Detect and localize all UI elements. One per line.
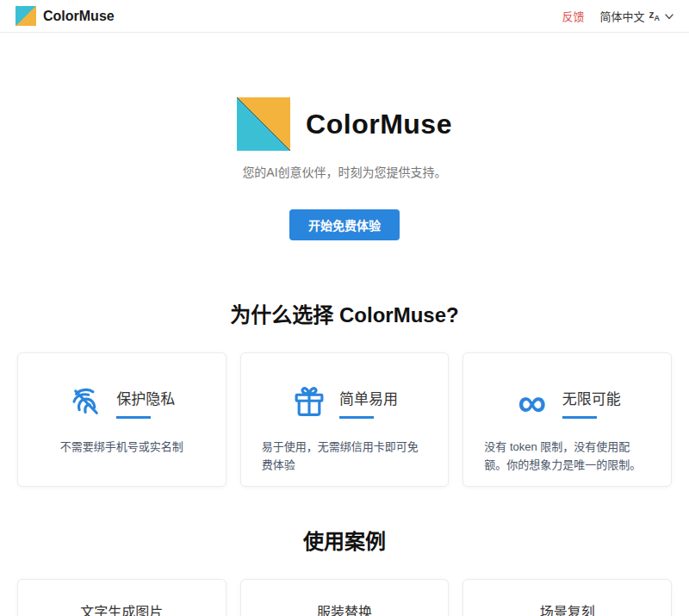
use-cases-grid: 文字生成图片 服装替换 场景复刻 — [17, 579, 672, 616]
use-cases-heading: 使用案例 — [17, 525, 672, 555]
start-free-trial-button[interactable]: 开始免费体验 — [289, 209, 400, 240]
brand-logo-icon — [16, 6, 36, 26]
usecase-title: 场景复刻 — [540, 600, 595, 616]
fingerprint-off-icon — [68, 384, 104, 420]
features-grid: 保护隐私 不需要绑手机号或实名制 简单易用 — [17, 352, 672, 487]
hero-brand-row: ColorMuse — [0, 97, 689, 151]
hero-section: ColorMuse 您的AI创意伙伴，时刻为您提供支持。 开始免费体验 — [0, 33, 689, 240]
infinity-icon: ∞ — [514, 384, 550, 420]
feature-title: 保护隐私 — [116, 387, 175, 408]
feature-description: 没有 token 限制，没有使用配额。你的想象力是唯一的限制。 — [484, 438, 650, 475]
hero-subtitle: 您的AI创意伙伴，时刻为您提供支持。 — [0, 163, 689, 180]
usecase-card-outfit-swap: 服装替换 — [240, 579, 450, 616]
top-header: ColorMuse 反馈 简体中文 zA — [0, 0, 689, 33]
gift-icon — [291, 384, 327, 420]
feature-card-easy: 简单易用 易于使用，无需绑信用卡即可免费体验 — [240, 352, 450, 487]
feature-description: 易于使用，无需绑信用卡即可免费体验 — [262, 438, 428, 475]
title-underline — [562, 416, 597, 419]
language-label: 简体中文 — [599, 8, 644, 24]
language-selector[interactable]: 简体中文 zA — [599, 8, 673, 24]
chevron-down-icon — [665, 9, 673, 22]
hero-logo-icon — [237, 97, 290, 151]
usecase-card-scene-recreate: 场景复刻 — [462, 579, 672, 616]
feature-card-unlimited: ∞ 无限可能 没有 token 限制，没有使用配额。你的想象力是唯一的限制。 — [462, 352, 672, 487]
feature-description: 不需要绑手机号或实名制 — [39, 438, 205, 456]
feature-title: 简单易用 — [339, 387, 398, 408]
header-actions: 反馈 简体中文 zA — [562, 8, 673, 24]
feature-card-privacy: 保护隐私 不需要绑手机号或实名制 — [17, 352, 227, 487]
usecase-card-text-to-image: 文字生成图片 — [17, 579, 227, 616]
feedback-link[interactable]: 反馈 — [562, 8, 584, 24]
usecase-title: 文字生成图片 — [80, 600, 163, 616]
header-brand[interactable]: ColorMuse — [16, 6, 115, 26]
translate-icon: zA — [649, 9, 661, 22]
hero-title: ColorMuse — [306, 109, 452, 140]
feature-title: 无限可能 — [562, 387, 621, 408]
title-underline — [339, 416, 374, 419]
usecase-title: 服装替换 — [317, 600, 372, 616]
features-heading: 为什么选择 ColorMuse? — [17, 298, 672, 328]
brand-name: ColorMuse — [43, 9, 115, 24]
title-underline — [116, 416, 151, 419]
